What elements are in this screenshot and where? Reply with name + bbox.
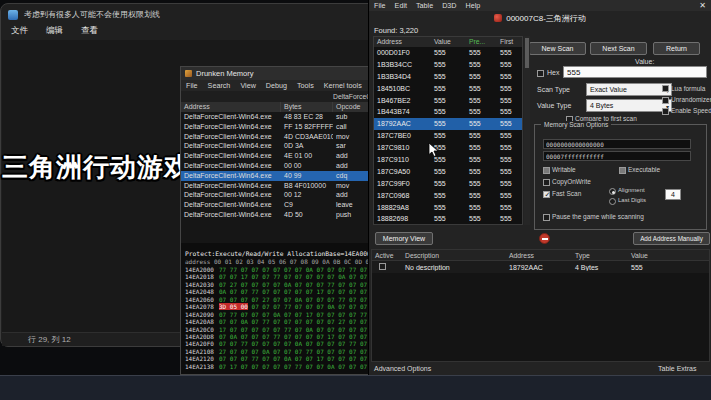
found-address-row[interactable]: 1B443B74555555555: [374, 106, 522, 118]
hex-address: 14EA2000: [185, 266, 219, 273]
undo-scan-button[interactable]: Return: [653, 42, 700, 55]
table-col-description[interactable]: Description: [402, 250, 506, 260]
add-address-manually-button[interactable]: Add Address Manually: [633, 232, 710, 245]
ce-menu-item[interactable]: D3D: [442, 1, 456, 10]
found-value: 555: [431, 47, 466, 59]
found-address-row[interactable]: 18792AAC555555555: [374, 118, 522, 130]
memview-menu-item[interactable]: Debug: [266, 81, 287, 90]
hex-checkbox[interactable]: [537, 70, 544, 77]
scan-value-input[interactable]: [563, 66, 707, 78]
next-scan-button[interactable]: Next Scan: [590, 42, 647, 55]
alignment-radio[interactable]: [609, 188, 616, 195]
pause-while-scanning-label[interactable]: Pause the game while scanning: [552, 213, 644, 220]
advanced-options-link[interactable]: Advanced Options: [374, 365, 431, 372]
no-entry-icon[interactable]: [539, 233, 550, 244]
disasm-bytes: FF 15 82FFFFFF: [281, 122, 333, 132]
notepad-menu-item[interactable]: 查看: [81, 25, 98, 37]
lua-formula-checkbox[interactable]: [662, 85, 669, 92]
copyonwrite-checkbox[interactable]: [543, 179, 550, 186]
found-first: 555: [497, 106, 522, 118]
found-col-previous[interactable]: Pre...: [466, 37, 497, 47]
scan-type-dropdown[interactable]: Exact Value ▾: [586, 83, 672, 96]
enable-speedhack-checkbox[interactable]: [662, 108, 669, 115]
found-list-scrollbar[interactable]: [524, 36, 530, 225]
alignment-label[interactable]: Alignment: [618, 187, 645, 193]
executable-label[interactable]: Executable: [628, 166, 660, 173]
pause-while-scanning-checkbox[interactable]: [543, 214, 550, 221]
column-bytes[interactable]: Bytes: [281, 102, 333, 112]
close-icon[interactable]: ✕: [699, 1, 706, 10]
table-col-value[interactable]: Value: [628, 250, 709, 260]
scrollbar-thumb[interactable]: [525, 38, 529, 68]
writable-checkbox[interactable]: [543, 167, 550, 174]
copyonwrite-label[interactable]: CopyOnWrite: [552, 178, 591, 185]
memory-viewer-title: Drunken Memory: [196, 69, 254, 78]
found-address-row[interactable]: 18882698555555555: [374, 213, 522, 225]
ce-menu-item[interactable]: Edit: [395, 1, 407, 10]
disasm-address: DeltaForceClient-Win64.exe: [181, 171, 281, 181]
scan-stop-address-input[interactable]: [543, 151, 691, 161]
found-col-first[interactable]: First: [497, 37, 522, 47]
found-previous: 555: [466, 154, 497, 166]
process-icon[interactable]: [494, 14, 502, 22]
found-address-row[interactable]: 187C99F0555555555: [374, 178, 522, 190]
found-first: 555: [497, 213, 522, 225]
new-scan-button[interactable]: New Scan: [529, 42, 586, 55]
found-address-row[interactable]: 187C9110555555555: [374, 154, 522, 166]
found-address-row[interactable]: 188829A8555555555: [374, 202, 522, 214]
enable-speedhack-label[interactable]: Enable Speedhack: [671, 107, 711, 114]
table-col-active[interactable]: Active: [372, 250, 402, 260]
unrandomizer-checkbox[interactable]: [662, 97, 669, 104]
fast-scan-checkbox[interactable]: [543, 191, 550, 198]
memview-menu-item[interactable]: File: [186, 81, 198, 90]
unrandomizer-label[interactable]: Unrandomizer: [671, 96, 711, 103]
found-address-row[interactable]: 187C9A50555555555: [374, 166, 522, 178]
cheat-table-rows: No description18792AAC4 Bytes555: [372, 261, 709, 273]
cheat-engine-menu: FileEditTableD3DHelp: [374, 0, 480, 11]
lua-formula-label[interactable]: Lua formula: [671, 85, 705, 92]
found-col-value[interactable]: Value: [431, 37, 466, 47]
notepad-menu-item[interactable]: 编辑: [46, 25, 63, 37]
table-col-type[interactable]: Type: [572, 250, 628, 260]
hex-checkbox-label[interactable]: Hex: [547, 69, 559, 76]
memview-menu-item[interactable]: Tools: [297, 81, 314, 90]
scan-start-address-input[interactable]: [543, 139, 691, 149]
value-type-value: 4 Bytes: [590, 102, 613, 109]
table-col-address[interactable]: Address: [506, 250, 572, 260]
last-digits-radio[interactable]: [609, 198, 616, 205]
found-address-row[interactable]: 187C7BE0555555555: [374, 130, 522, 142]
column-address[interactable]: Address: [181, 102, 281, 112]
found-value: 555: [431, 83, 466, 95]
found-address-row[interactable]: 1B467BE2555555555: [374, 95, 522, 107]
found-address-row[interactable]: 187C9810555555555: [374, 142, 522, 154]
ce-menu-item[interactable]: Help: [466, 1, 481, 10]
found-address-row[interactable]: 1B3B34D4555555555: [374, 71, 522, 83]
found-first: 555: [497, 142, 522, 154]
cheat-table-row[interactable]: No description18792AAC4 Bytes555: [372, 261, 709, 273]
last-digits-label[interactable]: Last Digits: [618, 197, 646, 203]
disasm-bytes: 48 83 EC 28: [281, 112, 333, 122]
executable-checkbox[interactable]: [619, 167, 626, 174]
value-type-dropdown[interactable]: 4 Bytes ▾: [586, 99, 672, 112]
alignment-value-input[interactable]: [665, 189, 681, 200]
found-address-list: Address Value Pre... First 000D01F055555…: [373, 36, 523, 225]
writable-label[interactable]: Writable: [552, 166, 576, 173]
ce-menu-item[interactable]: Table: [416, 1, 433, 10]
found-address-row[interactable]: 187C0968555555555: [374, 190, 522, 202]
memory-view-button[interactable]: Memory View: [375, 232, 433, 245]
found-address-row[interactable]: 1B3B34CC555555555: [374, 59, 522, 71]
ce-menu-item[interactable]: File: [374, 1, 386, 10]
found-address-row[interactable]: 000D01F0555555555: [374, 47, 522, 59]
found-address-row[interactable]: 184510BC555555555: [374, 83, 522, 95]
found-col-address[interactable]: Address: [374, 37, 431, 47]
notepad-menu-item[interactable]: 文件: [11, 25, 28, 37]
found-previous: 555: [466, 213, 497, 225]
found-previous: 555: [466, 142, 497, 154]
active-checkbox[interactable]: [379, 263, 386, 270]
memview-menu-item[interactable]: Search: [208, 81, 231, 90]
table-extras-link[interactable]: Table Extras: [658, 365, 697, 372]
hex-address: 14EA20D8: [185, 333, 219, 340]
fast-scan-label[interactable]: Fast Scan: [552, 190, 581, 197]
memview-menu-item[interactable]: View: [240, 81, 255, 90]
memview-menu-item[interactable]: Kernel tools: [324, 81, 362, 90]
